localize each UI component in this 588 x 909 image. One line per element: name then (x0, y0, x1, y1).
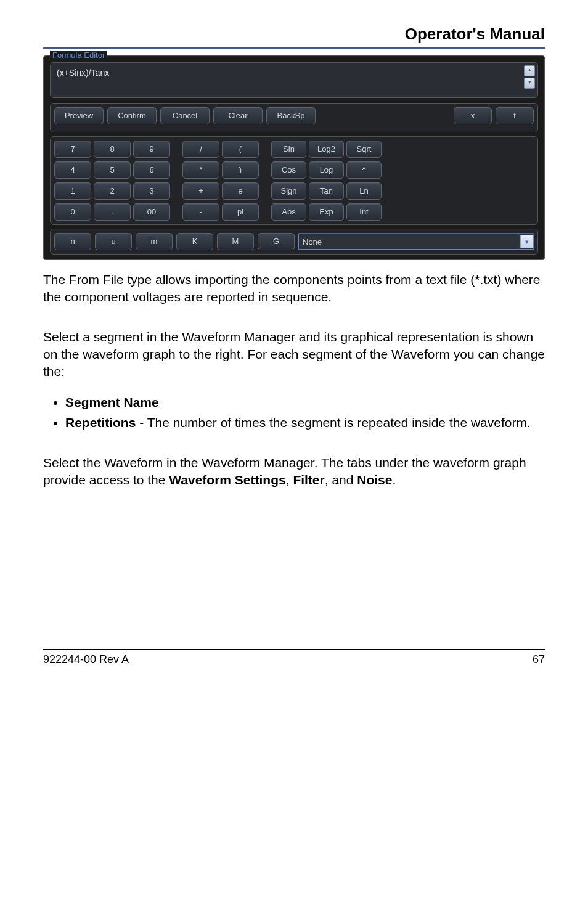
bullet-list: Segment Name Repetitions - The number of… (65, 393, 545, 432)
footer-page-number: 67 (533, 653, 545, 666)
fn-log2[interactable]: Log2 (309, 141, 344, 158)
header-rule (43, 47, 545, 49)
unit-m[interactable]: m (136, 233, 173, 250)
x-button[interactable]: x (454, 107, 492, 124)
fn-exp[interactable]: Exp (309, 203, 344, 221)
t-button[interactable]: t (496, 107, 534, 124)
numpad-8[interactable]: 8 (94, 141, 131, 158)
bullet-2-rest: - The number of times the segment is rep… (136, 415, 530, 430)
unit-n[interactable]: n (54, 233, 91, 250)
numpad-3[interactable]: 3 (133, 182, 170, 200)
cancel-button[interactable]: Cancel (160, 107, 210, 124)
p3-mid2: , and (325, 473, 357, 487)
chevron-down-icon: ▾ (520, 235, 533, 248)
fn-sin[interactable]: Sin (271, 141, 306, 158)
fn-abs[interactable]: Abs (271, 203, 306, 221)
formula-editor-panel: Formula Editor (x+Sinx)/Tanx ▴ ▾ Preview… (43, 55, 545, 260)
op-rparen[interactable]: ) (222, 161, 259, 179)
dropdown-selected: None (299, 237, 325, 247)
page-footer: 922244-00 Rev A 67 (43, 649, 545, 666)
p3-b2: Filter (293, 473, 324, 487)
numpad-7[interactable]: 7 (54, 141, 91, 158)
fn-sqrt[interactable]: Sqrt (346, 141, 382, 158)
paragraph-2: Select a segment in the Waveform Manager… (43, 328, 545, 381)
numpad-dot[interactable]: . (94, 203, 131, 221)
numpad-4[interactable]: 4 (54, 161, 91, 179)
fn-ln[interactable]: Ln (346, 182, 382, 200)
op-multiply[interactable]: * (182, 161, 219, 179)
backspace-button[interactable]: BackSp (266, 107, 316, 124)
numpad-00[interactable]: 00 (133, 203, 170, 221)
fn-sign[interactable]: Sign (271, 182, 306, 200)
footer-doc-rev: 922244-00 Rev A (43, 653, 129, 666)
numpad-5[interactable]: 5 (94, 161, 131, 179)
numpad-9[interactable]: 9 (133, 141, 170, 158)
formula-text: (x+Sinx)/Tanx (57, 68, 109, 78)
op-lparen[interactable]: ( (222, 141, 259, 158)
paragraph-1: The From File type allows importing the … (43, 271, 545, 306)
op-divide[interactable]: / (182, 141, 219, 158)
confirm-button[interactable]: Confirm (107, 107, 157, 124)
numpad-6[interactable]: 6 (133, 161, 170, 179)
unit-k[interactable]: K (176, 233, 213, 250)
fn-log[interactable]: Log (309, 161, 344, 179)
scroll-up-button[interactable]: ▴ (524, 65, 535, 76)
number-pad: 7 8 9 4 5 6 1 2 3 0 . 00 (54, 141, 169, 221)
numpad-1[interactable]: 1 (54, 182, 91, 200)
operator-pad: / ( * ) + e - pi (182, 141, 258, 221)
fn-cos[interactable]: Cos (271, 161, 306, 179)
p3-b1: Waveform Settings (169, 473, 285, 487)
bullet-item-1: Segment Name (65, 393, 545, 411)
formula-input[interactable]: (x+Sinx)/Tanx ▴ ▾ (50, 62, 538, 98)
fn-tan[interactable]: Tan (309, 182, 344, 200)
page-title: Operator's Manual (43, 25, 545, 44)
paragraph-3: Select the Waveform in the Waveform Mana… (43, 454, 545, 489)
op-pi[interactable]: pi (222, 203, 259, 221)
preview-button[interactable]: Preview (54, 107, 104, 124)
fn-pow[interactable]: ^ (346, 161, 382, 179)
p3-mid1: , (286, 473, 293, 487)
p3-end: . (392, 473, 396, 487)
op-e[interactable]: e (222, 182, 259, 200)
clear-button[interactable]: Clear (213, 107, 263, 124)
op-minus[interactable]: - (182, 203, 219, 221)
unit-mega[interactable]: M (217, 233, 254, 250)
formula-editor-legend: Formula Editor (50, 51, 107, 60)
unit-u[interactable]: u (95, 233, 132, 250)
preset-dropdown[interactable]: None ▾ (298, 234, 534, 250)
function-pad: Sin Log2 Sqrt Cos Log ^ Sign Tan Ln Abs … (271, 141, 380, 221)
fn-int[interactable]: Int (346, 203, 382, 221)
scroll-down-button[interactable]: ▾ (524, 78, 535, 89)
numpad-0[interactable]: 0 (54, 203, 91, 221)
numpad-2[interactable]: 2 (94, 182, 131, 200)
bullet-item-2: Repetitions - The number of times the se… (65, 414, 545, 431)
bullet-2-bold: Repetitions (65, 415, 136, 430)
unit-g[interactable]: G (258, 233, 295, 250)
bullet-1-bold: Segment Name (65, 395, 159, 409)
p3-b3: Noise (357, 473, 392, 487)
op-plus[interactable]: + (182, 182, 219, 200)
